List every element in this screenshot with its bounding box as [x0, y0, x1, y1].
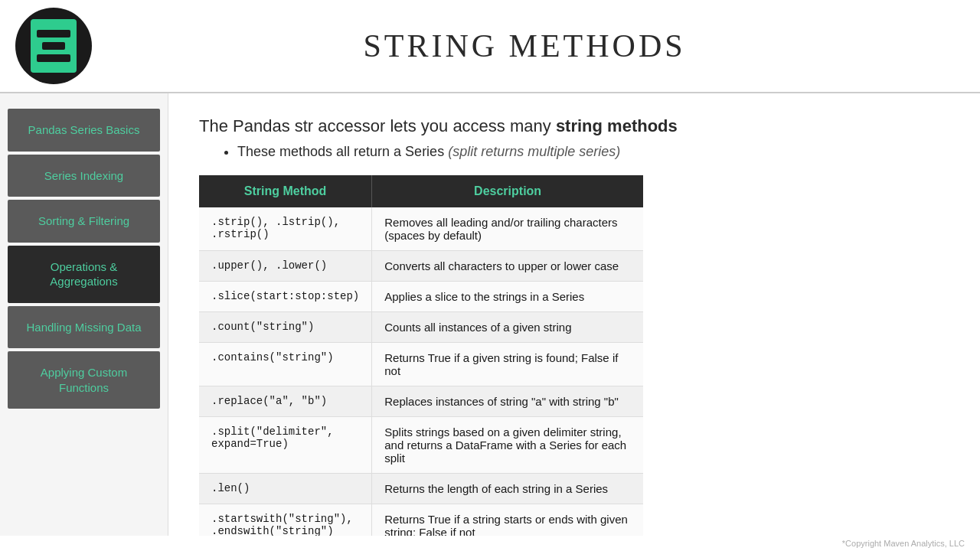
- method-cell: .slice(start:stop:step): [199, 282, 372, 312]
- description-cell: Returns True if a string starts or ends …: [372, 504, 643, 536]
- table-row: .replace("a", "b")Replaces instances of …: [199, 386, 643, 417]
- description-cell: Counts all instances of a given string: [372, 312, 643, 343]
- method-cell: .upper(), .lower(): [199, 251, 372, 282]
- table-row: .slice(start:stop:step)Applies a slice t…: [199, 282, 643, 312]
- method-cell: .startswith("string"), .endswith("string…: [199, 504, 372, 536]
- method-cell: .len(): [199, 474, 372, 504]
- table-row: .contains("string")Returns True if a giv…: [199, 343, 643, 386]
- description-cell: Returns True if a given string is found;…: [372, 343, 643, 386]
- description-cell: Applies a slice to the strings in a Seri…: [372, 282, 643, 312]
- col-description-header: Description: [372, 175, 643, 207]
- description-cell: Returns the length of each string in a S…: [372, 474, 643, 504]
- description-cell: Removes all leading and/or trailing char…: [372, 207, 643, 251]
- string-methods-table: String Method Description .strip(), .lst…: [199, 175, 643, 536]
- page-title: STRING METHODS: [92, 28, 957, 64]
- bullet-item: These methods all return a Series (split…: [237, 144, 949, 160]
- sidebar-item-operations-aggregations[interactable]: Operations & Aggregations: [8, 246, 160, 303]
- logo-bar-2: [42, 42, 66, 50]
- method-cell: .replace("a", "b"): [199, 386, 372, 417]
- method-cell: .count("string"): [199, 312, 372, 343]
- table-row: .startswith("string"), .endswith("string…: [199, 504, 643, 536]
- description-cell: Converts all characters to upper or lowe…: [372, 251, 643, 282]
- method-cell: .contains("string"): [199, 343, 372, 386]
- sidebar-item-handling-missing-data[interactable]: Handling Missing Data: [8, 306, 160, 349]
- intro-paragraph: The Pandas str accessor lets you access …: [199, 116, 949, 136]
- table-row: .strip(), .lstrip(), .rstrip()Removes al…: [199, 207, 643, 251]
- table-row: .len()Returns the length of each string …: [199, 474, 643, 504]
- bullet-text: These methods all return a Series: [237, 144, 448, 159]
- table-row: .split("delimiter", expand=True)Splits s…: [199, 417, 643, 474]
- main-layout: Pandas Series BasicsSeries IndexingSorti…: [0, 93, 980, 536]
- copyright-text: *Copyright Maven Analytics, LLC: [842, 539, 965, 548]
- intro-text-regular: The Pandas str accessor lets you access …: [199, 116, 556, 135]
- logo-bar-3: [37, 54, 70, 62]
- description-cell: Splits strings based on a given delimite…: [372, 417, 643, 474]
- table-row: .count("string")Counts all instances of …: [199, 312, 643, 343]
- header: STRING METHODS: [0, 0, 980, 93]
- sidebar-item-pandas-series-basics[interactable]: Pandas Series Basics: [8, 109, 160, 152]
- col-method-header: String Method: [199, 175, 372, 207]
- method-cell: .split("delimiter", expand=True): [199, 417, 372, 474]
- content-area: The Pandas str accessor lets you access …: [168, 93, 980, 536]
- sidebar-item-applying-custom-functions[interactable]: Applying Custom Functions: [8, 351, 160, 409]
- table-header-row: String Method Description: [199, 175, 643, 207]
- sidebar: Pandas Series BasicsSeries IndexingSorti…: [0, 93, 168, 536]
- logo-icon: [31, 19, 77, 73]
- sidebar-item-series-indexing[interactable]: Series Indexing: [8, 155, 160, 197]
- intro-text-bold: string methods: [556, 116, 678, 135]
- description-cell: Replaces instances of string "a" with st…: [372, 386, 643, 417]
- sidebar-item-sorting-filtering[interactable]: Sorting & Filtering: [8, 200, 160, 243]
- logo-circle: [15, 8, 92, 84]
- table-row: .upper(), .lower()Converts all character…: [199, 251, 643, 282]
- method-cell: .strip(), .lstrip(), .rstrip(): [199, 207, 372, 251]
- bullet-italic: (split returns multiple series): [448, 144, 620, 159]
- footer: *Copyright Maven Analytics, LLC: [0, 536, 980, 551]
- logo-bar-1: [37, 30, 70, 37]
